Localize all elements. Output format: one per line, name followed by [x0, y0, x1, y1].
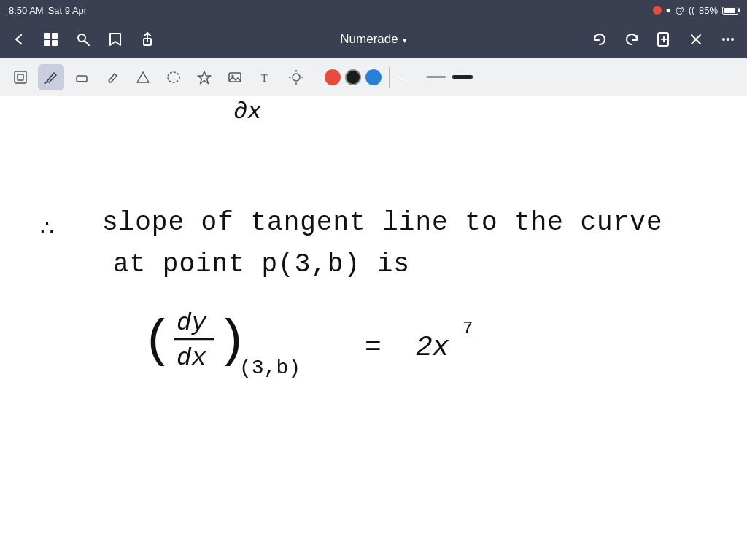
svg-point-24 [232, 74, 234, 77]
highlighter-tool-btn[interactable] [99, 64, 125, 90]
svg-point-12 [722, 38, 725, 41]
svg-rect-18 [77, 76, 87, 82]
svg-point-13 [727, 38, 729, 41]
svg-line-17 [45, 82, 47, 83]
app-name: Numerade [340, 32, 398, 47]
shapes-tool-btn[interactable] [130, 64, 156, 90]
record-indicator [653, 6, 662, 15]
svg-rect-16 [18, 74, 23, 80]
svg-point-26 [293, 74, 300, 81]
svg-marker-22 [198, 71, 211, 84]
search-button[interactable] [73, 29, 93, 50]
dy-text: dy [177, 309, 207, 337]
svg-rect-2 [44, 40, 50, 46]
undo-button[interactable] [589, 29, 610, 50]
svg-rect-23 [229, 73, 241, 82]
location-icon: ● [666, 5, 671, 15]
status-right: ● @ (( 85% [653, 5, 738, 16]
selection-tool-btn[interactable] [7, 64, 34, 90]
nav-center[interactable]: Numerade [340, 32, 406, 47]
nav-right [589, 29, 738, 50]
more-button[interactable] [718, 29, 738, 50]
equals-sign: = [365, 332, 382, 363]
svg-rect-0 [44, 33, 50, 39]
svg-line-5 [85, 41, 89, 45]
separator-2 [389, 67, 390, 88]
dropdown-chevron[interactable] [403, 34, 407, 45]
svg-point-14 [731, 38, 734, 41]
stroke-thin[interactable] [400, 77, 420, 78]
separator-1 [317, 67, 317, 88]
nav-bar: Numerade [0, 20, 747, 58]
svg-text:T: T [261, 73, 268, 84]
svg-marker-20 [137, 72, 149, 82]
lasso-tool-btn[interactable] [160, 64, 187, 90]
nav-left [9, 29, 158, 50]
status-bar: 8:50 AM Sat 9 Apr ● @ (( 85% [0, 0, 747, 20]
svg-rect-3 [52, 40, 58, 46]
star-tool-btn[interactable] [191, 64, 217, 90]
color-black[interactable] [345, 69, 361, 85]
close-button[interactable] [686, 29, 706, 50]
time-display: 8:50 AM [9, 5, 44, 16]
battery-icon [722, 7, 738, 15]
add-page-button[interactable] [654, 29, 674, 50]
image-tool-btn[interactable] [222, 64, 248, 90]
wifi-icon: (( [689, 5, 694, 15]
stroke-sizes [397, 75, 476, 79]
stroke-medium[interactable] [426, 76, 446, 78]
color-blue[interactable] [365, 69, 382, 85]
result-expression: 2x [416, 332, 449, 363]
date-display: Sat 9 Apr [48, 5, 87, 16]
partial-text: ∂x [233, 98, 261, 125]
therefore-symbol: ∴ [40, 217, 54, 241]
line1-text: slope of tangent line to the curve [102, 208, 663, 238]
status-left: 8:50 AM Sat 9 Apr [9, 5, 87, 16]
eraser-tool-btn[interactable] [69, 64, 95, 90]
dx-text: dx [177, 344, 206, 372]
toolbar: T [0, 58, 747, 96]
airplay-icon: @ [676, 5, 684, 15]
subscript-point: (3,b) [239, 357, 301, 379]
spotlight-tool-btn[interactable] [283, 64, 309, 90]
line2-text: at point p(3,b) is [113, 249, 410, 279]
canvas-area[interactable]: ∂x ∴ slope of tangent line to the curve … [0, 96, 747, 560]
share-button[interactable] [137, 29, 158, 50]
svg-point-21 [168, 72, 179, 82]
grid-button[interactable] [41, 29, 61, 50]
battery-percent: 85% [699, 5, 718, 16]
pen-tool-btn[interactable] [38, 64, 64, 90]
bookmark-button[interactable] [105, 29, 125, 50]
left-paren: ( [142, 313, 173, 370]
back-button[interactable] [9, 29, 29, 50]
superscript-7: 7 [462, 319, 473, 338]
color-red[interactable] [325, 69, 341, 85]
text-tool-btn[interactable]: T [252, 64, 279, 90]
stroke-thick[interactable] [452, 75, 473, 79]
svg-rect-15 [15, 71, 26, 83]
svg-rect-1 [52, 33, 58, 39]
redo-button[interactable] [622, 29, 642, 50]
